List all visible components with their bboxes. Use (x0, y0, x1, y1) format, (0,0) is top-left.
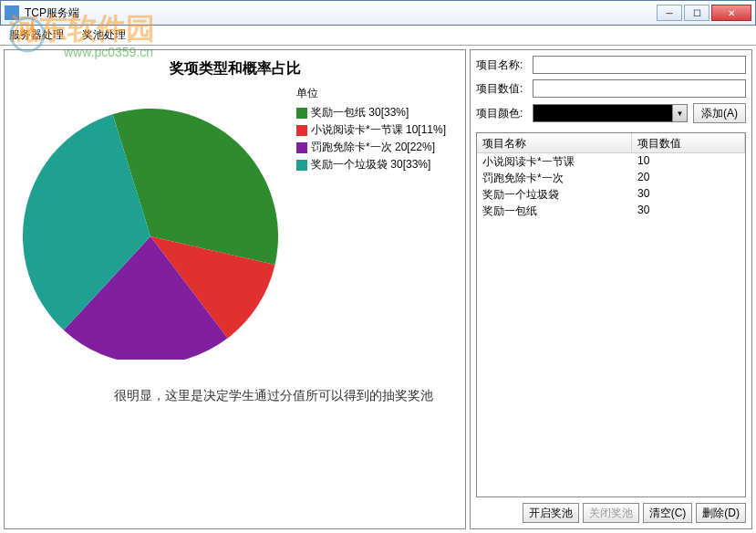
app-icon (5, 5, 19, 20)
list-row[interactable]: 罚跑免除卡*一次20 (477, 170, 745, 186)
list-row[interactable]: 奖励一个垃圾袋30 (477, 186, 745, 203)
legend-item: 奖励一个垃圾袋 30[33%] (296, 157, 446, 172)
list-cell-name: 奖励一个垃圾袋 (477, 186, 632, 203)
action-buttons: 开启奖池 关闭奖池 清空(C) 删除(D) (476, 503, 746, 523)
close-button[interactable]: ✕ (711, 5, 751, 21)
delete-button[interactable]: 删除(D) (696, 503, 746, 523)
pie-chart (14, 86, 287, 360)
menu-server[interactable]: 服务器处理 (5, 26, 67, 45)
window-controls: ─ ☐ ✕ (657, 5, 751, 21)
open-pool-button[interactable]: 开启奖池 (523, 503, 579, 523)
chart-legend: 单位 奖励一包纸 30[33%]小说阅读卡*一节课 10[11%]罚跑免除卡*一… (296, 86, 446, 174)
clear-button[interactable]: 清空(C) (643, 503, 693, 523)
legend-swatch (296, 142, 307, 153)
legend-swatch (296, 125, 307, 136)
close-pool-button[interactable]: 关闭奖池 (583, 503, 639, 523)
list-cell-value: 30 (632, 186, 745, 203)
list-row[interactable]: 奖励一包纸30 (477, 203, 745, 219)
header-name[interactable]: 项目名称 (477, 133, 632, 152)
list-cell-value: 30 (632, 203, 745, 219)
window-titlebar: TCP服务端 ─ ☐ ✕ (0, 0, 756, 26)
form-panel: 项目名称: 项目数值: 项目颜色: ▼ 添加(A) 项目名称 项目数值 小说阅读… (470, 49, 752, 529)
name-label: 项目名称: (476, 57, 533, 73)
list-cell-name: 罚跑免除卡*一次 (477, 170, 632, 186)
chart-panel: 奖项类型和概率占比 单位 奖励一包纸 30[33%]小说阅读卡*一节课 10[1… (4, 49, 466, 529)
legend-title: 单位 (296, 86, 446, 101)
legend-swatch (296, 108, 307, 119)
header-value[interactable]: 项目数值 (632, 133, 745, 152)
name-input[interactable] (533, 56, 746, 74)
legend-item: 罚跑免除卡*一次 20[22%] (296, 140, 446, 155)
color-label: 项目颜色: (476, 106, 533, 121)
annotation-text: 很明显，这里是决定学生通过分值所可以得到的抽奖奖池 (114, 388, 433, 404)
list-cell-name: 奖励一包纸 (477, 203, 632, 219)
list-cell-name: 小说阅读卡*一节课 (477, 153, 632, 170)
menubar: 服务器处理 奖池处理 (0, 26, 756, 46)
window-title: TCP服务端 (25, 5, 657, 21)
value-label: 项目数值: (476, 81, 533, 97)
color-dropdown[interactable]: ▼ (533, 104, 688, 122)
list-cell-value: 10 (632, 153, 745, 170)
maximize-button[interactable]: ☐ (684, 5, 709, 21)
add-button[interactable]: 添加(A) (693, 103, 746, 123)
value-input[interactable] (533, 79, 746, 98)
legend-item: 小说阅读卡*一节课 10[11%] (296, 122, 446, 138)
list-cell-value: 20 (632, 170, 745, 186)
minimize-button[interactable]: ─ (657, 5, 682, 21)
legend-label: 奖励一包纸 30[33%] (311, 105, 409, 120)
items-list: 项目名称 项目数值 小说阅读卡*一节课10罚跑免除卡*一次20奖励一个垃圾袋30… (476, 132, 746, 497)
chart-title: 奖项类型和概率占比 (14, 59, 456, 78)
list-body: 小说阅读卡*一节课10罚跑免除卡*一次20奖励一个垃圾袋30奖励一包纸30 (477, 153, 745, 496)
legend-label: 小说阅读卡*一节课 10[11%] (311, 122, 446, 138)
menu-pool[interactable]: 奖池处理 (78, 26, 129, 45)
chevron-down-icon: ▼ (672, 105, 687, 121)
legend-item: 奖励一包纸 30[33%] (296, 105, 446, 120)
list-row[interactable]: 小说阅读卡*一节课10 (477, 153, 745, 170)
legend-label: 罚跑免除卡*一次 20[22%] (311, 140, 435, 155)
list-header: 项目名称 项目数值 (477, 133, 745, 153)
legend-swatch (296, 160, 307, 171)
legend-label: 奖励一个垃圾袋 30[33%] (311, 157, 430, 172)
